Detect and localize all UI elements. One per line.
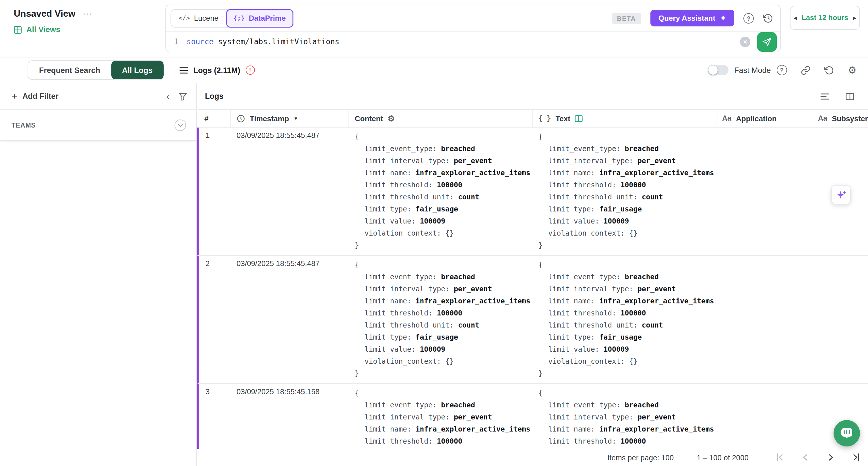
- application-header-label: Application: [736, 114, 777, 123]
- query-history-icon[interactable]: [763, 13, 773, 23]
- row-num: 1: [198, 127, 231, 255]
- json-block: {limit_event_type: breachedlimit_interva…: [349, 384, 533, 449]
- tab-frequent-search[interactable]: Frequent Search: [28, 61, 111, 79]
- pagination-bar: Items per page: 100 1 – 100 of 2000: [197, 449, 868, 466]
- table-row[interactable]: 1 03/09/2025 18:55:45.487 {limit_event_t…: [197, 127, 868, 256]
- all-views-label: All Views: [26, 25, 60, 34]
- clock-icon: [237, 114, 245, 123]
- add-filter-label: Add Filter: [22, 92, 59, 100]
- row-application: [716, 127, 812, 255]
- teams-section-header[interactable]: TEAMS: [0, 110, 196, 141]
- col-header-application[interactable]: Aa Application: [716, 110, 812, 127]
- all-views-link[interactable]: All Views: [14, 25, 165, 34]
- row-num: 3: [198, 384, 231, 449]
- query-assistant-button[interactable]: Query Assistant ✦: [650, 10, 734, 26]
- row-density-icon[interactable]: [820, 93, 830, 100]
- sort-desc-icon[interactable]: ▼: [293, 116, 298, 121]
- run-query-button[interactable]: [757, 32, 777, 52]
- time-back-icon[interactable]: ◀: [794, 15, 797, 20]
- views-grid-icon: [14, 26, 22, 34]
- teams-label: TEAMS: [11, 121, 36, 128]
- view-menu-icon[interactable]: ⋯: [84, 9, 93, 19]
- settings-gear-icon[interactable]: ⚙: [848, 65, 857, 75]
- page-title: Unsaved View: [14, 9, 75, 19]
- manage-columns-icon[interactable]: [846, 92, 854, 100]
- timestamp-header-label: Timestamp: [250, 114, 289, 123]
- json-braces-icon: { }: [538, 114, 551, 122]
- fast-mode-toggle[interactable]: [708, 65, 728, 75]
- col-header-subsystem[interactable]: Aa Subsystem: [812, 110, 868, 127]
- logs-count-label: Logs (2.11M): [193, 66, 241, 75]
- code-icon: </>: [179, 14, 190, 22]
- fast-mode-label: Fast Mode: [734, 66, 771, 75]
- time-forward-icon[interactable]: ▶: [853, 15, 856, 20]
- fast-mode-help-icon[interactable]: [777, 65, 787, 75]
- table-row[interactable]: 3 03/09/2025 18:55:45.158 {limit_event_t…: [197, 384, 868, 449]
- first-page-icon[interactable]: [775, 452, 785, 463]
- reset-icon[interactable]: [825, 65, 834, 75]
- warning-icon[interactable]: !: [245, 65, 255, 75]
- help-icon[interactable]: [743, 13, 754, 23]
- prev-page-icon[interactable]: [800, 452, 811, 463]
- query-line-number: 1: [166, 37, 187, 46]
- json-block: {limit_event_type: breachedlimit_interva…: [533, 256, 716, 383]
- clear-query-icon[interactable]: ×: [740, 36, 750, 47]
- row-subsystem: [812, 256, 868, 383]
- chat-bubble-icon: [840, 426, 854, 440]
- beta-badge: BETA: [612, 12, 641, 24]
- plus-icon: +: [11, 91, 17, 101]
- row-application: [716, 384, 812, 449]
- list-icon: [179, 66, 188, 74]
- dataprime-icon: {;}: [234, 14, 245, 22]
- ai-assist-button[interactable]: [831, 185, 851, 205]
- query-input[interactable]: source system/labs.limitViolations: [187, 37, 339, 46]
- json-block: {limit_event_type: breachedlimit_interva…: [349, 127, 533, 255]
- json-block: {limit_event_type: breachedlimit_interva…: [533, 127, 716, 255]
- next-page-icon[interactable]: [826, 452, 836, 463]
- col-header-timestamp[interactable]: Timestamp ▼: [231, 110, 349, 127]
- query-body: system/labs.limitViolations: [214, 37, 339, 46]
- json-block: {limit_event_type: breachedlimit_interva…: [349, 256, 533, 383]
- split-column-icon[interactable]: [575, 115, 583, 122]
- table-row[interactable]: 2 03/09/2025 18:55:45.487 {limit_event_t…: [197, 256, 868, 384]
- tab-dataprime[interactable]: {;} DataPrime: [226, 9, 293, 27]
- logs-count[interactable]: Logs (2.11M) !: [179, 65, 255, 75]
- tab-all-logs[interactable]: All Logs: [111, 61, 164, 79]
- sparkles-icon: ✦: [720, 14, 726, 22]
- content-settings-icon[interactable]: ⚙: [388, 114, 395, 122]
- text-header-label: Text: [555, 114, 570, 123]
- time-range-picker[interactable]: ◀ Last 12 hours ▶: [790, 6, 860, 30]
- query-assistant-label: Query Assistant: [658, 14, 715, 22]
- tab-lucene[interactable]: </> Lucene: [171, 9, 226, 27]
- log-rows: 1 03/09/2025 18:55:45.487 {limit_event_t…: [197, 127, 868, 449]
- top-bar: Unsaved View ⋯ All Views </> Lucene {;: [0, 0, 868, 57]
- send-icon: [762, 36, 772, 47]
- search-mode-tabs: Frequent Search All Logs: [28, 60, 164, 80]
- row-application: [716, 256, 812, 383]
- ai-sparkles-icon: [836, 189, 846, 200]
- page-range: 1 – 100 of 2000: [696, 453, 749, 462]
- last-page-icon[interactable]: [851, 452, 861, 463]
- col-header-content[interactable]: Content ⚙: [349, 110, 533, 127]
- filter-funnel-icon[interactable]: [179, 92, 187, 100]
- view-block: Unsaved View ⋯ All Views: [0, 0, 165, 57]
- add-filter-button[interactable]: + Add Filter: [11, 91, 59, 101]
- items-per-page[interactable]: Items per page: 100: [608, 453, 674, 462]
- string-type-icon: Aa: [818, 114, 827, 122]
- logs-toolbar: Frequent Search All Logs Logs (2.11M) ! …: [0, 57, 868, 83]
- string-type-icon: Aa: [722, 114, 732, 122]
- query-keyword: source: [187, 37, 214, 46]
- share-link-icon[interactable]: [801, 65, 811, 75]
- query-editor: </> Lucene {;} DataPrime BETA Query Assi…: [165, 5, 781, 52]
- tab-dataprime-label: DataPrime: [249, 14, 286, 22]
- chat-launcher[interactable]: [834, 420, 860, 446]
- collapse-teams-icon[interactable]: [175, 119, 186, 131]
- json-block: {limit_event_type: breachedlimit_interva…: [533, 384, 716, 449]
- tab-lucene-label: Lucene: [194, 14, 218, 22]
- col-header-text[interactable]: { } Text: [533, 110, 716, 127]
- query-language-toggle: </> Lucene {;} DataPrime: [170, 9, 293, 27]
- col-header-num: #: [198, 110, 231, 127]
- collapse-sidebar-icon[interactable]: ‹: [166, 91, 169, 101]
- filters-sidebar: + Add Filter ‹ TEAMS: [0, 83, 197, 466]
- logs-panel-title: Logs: [205, 92, 224, 100]
